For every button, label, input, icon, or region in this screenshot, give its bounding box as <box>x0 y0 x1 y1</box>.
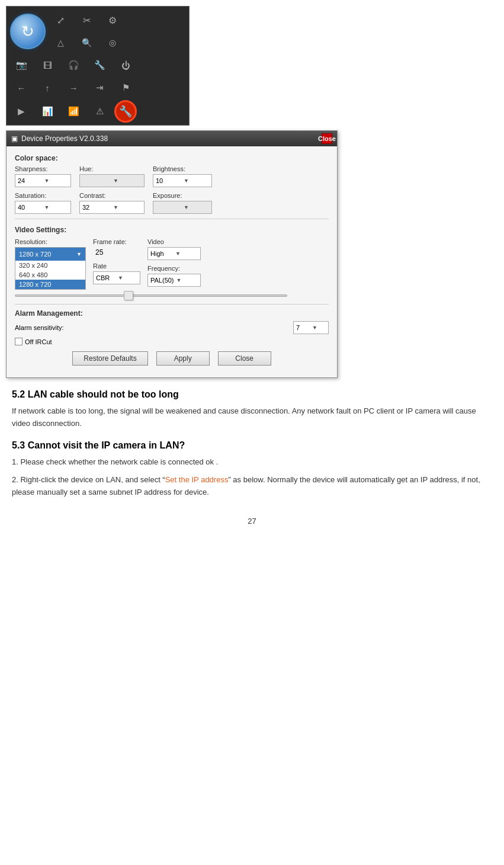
dialog-title: Device Properties V2.0.338 <box>21 134 108 143</box>
toolbar-row-1: ↻ ⤢ ✂ ⚙ △ 🔍 ◎ <box>10 10 185 53</box>
resolution-option-3[interactable]: 1280 x 720 <box>15 280 85 289</box>
arrow-right-box-icon[interactable]: ⇥ <box>88 78 111 98</box>
saturation-group: Saturation: 40 ▼ <box>15 192 71 214</box>
exposure-label: Exposure: <box>153 192 212 199</box>
resolution-dropdown[interactable]: 1280 x 720 ▼ 320 x 240 640 x 480 1280 x … <box>15 247 86 290</box>
ircut-label: Off IRCut <box>25 338 52 345</box>
triangle-icon[interactable]: △ <box>49 33 72 53</box>
close-button[interactable]: Close <box>218 351 271 366</box>
frequency-select[interactable]: PAL(50) ▼ <box>147 274 201 287</box>
dialog-close-button[interactable]: Close <box>322 133 332 144</box>
dialog-titlebar: ▣ Device Properties V2.0.338 Close <box>7 131 337 146</box>
alert-icon[interactable]: ⚠ <box>88 101 111 121</box>
section-5-3: 5.3 Cannot visit the IP camera in LAN? 1… <box>12 438 492 499</box>
exposure-select[interactable]: ▼ <box>153 201 212 214</box>
frequency-group: Frequency: PAL(50) ▼ <box>147 265 201 287</box>
section-5-2: 5.2 LAN cable should not be too long If … <box>12 387 492 430</box>
resolution-option-2[interactable]: 640 x 480 <box>15 270 85 280</box>
sharpness-label: Sharpness: <box>15 165 71 172</box>
move-icon[interactable]: ⤢ <box>49 10 72 30</box>
item2-start: 2. Right-click the device on LAN, and se… <box>12 475 165 484</box>
rate-select[interactable]: CBR ▼ <box>93 271 140 284</box>
frequency-label: Frequency: <box>147 265 201 272</box>
item2-link[interactable]: Set the IP address <box>165 475 229 484</box>
section-5-3-item1: 1. Please check whether the network cabl… <box>12 456 492 469</box>
section-5-3-heading: 5.3 Cannot visit the IP camera in LAN? <box>12 438 492 453</box>
saturation-select[interactable]: 40 ▼ <box>15 201 71 214</box>
resolution-selected[interactable]: 1280 x 720 ▼ <box>15 248 85 261</box>
color-space-section: Color space: <box>15 152 329 163</box>
sharpness-select[interactable]: 24 ▼ <box>15 174 71 187</box>
section-5-2-paragraph: If network cable is too long, the signal… <box>12 405 492 430</box>
flag-icon[interactable]: ⚑ <box>114 78 137 98</box>
framerate-label: Frame rate: <box>93 238 140 245</box>
power-icon[interactable]: ⏻ <box>114 55 137 75</box>
settings-icon[interactable]: ⚙ <box>101 10 124 30</box>
ircut-checkbox-row: Off IRCut <box>15 338 329 345</box>
device-properties-dialog: ▣ Device Properties V2.0.338 Close Color… <box>6 130 338 378</box>
tool-icon[interactable]: 🔧 <box>88 55 111 75</box>
video-settings-section-label: Video Settings: <box>15 224 329 235</box>
content-area: 5.2 LAN cable should not be too long If … <box>12 387 492 499</box>
page-number-area: 27 <box>0 517 504 537</box>
rate-label: Rate <box>93 262 140 270</box>
framerate-group: Frame rate: 25 <box>93 238 140 258</box>
brightness-select[interactable]: 10 ▼ <box>153 174 212 187</box>
hue-select[interactable]: ▼ <box>79 174 145 187</box>
brightness-label: Brightness: <box>153 165 212 172</box>
play-icon[interactable]: ▶ <box>10 101 33 121</box>
alarm-management-section: Alarm Management: Alarm sensitivity: 7 ▼… <box>15 309 329 345</box>
toolbar-row-4: ▶ 📊 📶 ⚠ 🔧 <box>10 100 185 123</box>
video-settings-label: Video Settings: <box>15 226 66 234</box>
row-saturation-contrast-exposure: Saturation: 40 ▼ Contrast: 32 ▼ Exposure… <box>15 192 329 214</box>
sharpness-group: Sharpness: 24 ▼ <box>15 165 71 187</box>
video-select[interactable]: High ▼ <box>147 247 201 260</box>
alarm-management-label: Alarm Management: <box>15 309 329 318</box>
brightness-group: Brightness: 10 ▼ <box>153 165 212 187</box>
color-space-label: Color space: <box>15 154 58 162</box>
apply-button[interactable]: Apply <box>156 351 210 366</box>
video-label: Video <box>147 238 201 245</box>
dial-icon[interactable]: ◎ <box>101 33 124 53</box>
rate-group: Rate CBR ▼ <box>93 262 140 284</box>
bitrate-slider-track[interactable] <box>15 294 287 297</box>
scissor-icon[interactable]: ✂ <box>75 10 98 30</box>
ircut-checkbox[interactable] <box>15 338 23 345</box>
alarm-sensitivity-select[interactable]: 7 ▼ <box>293 321 329 334</box>
restore-defaults-button[interactable]: Restore Defaults <box>72 351 147 366</box>
bitrate-slider-row <box>15 292 329 299</box>
contrast-group: Contrast: 32 ▼ <box>79 192 145 214</box>
dialog-titlebar-left: ▣ Device Properties V2.0.338 <box>11 134 108 143</box>
contrast-select[interactable]: 32 ▼ <box>79 201 145 214</box>
page-number: 27 <box>248 517 256 526</box>
resolution-group: Resolution: 1280 x 720 ▼ 320 x 240 640 x… <box>15 238 86 290</box>
bitrate-slider-thumb[interactable] <box>124 291 133 300</box>
film-icon[interactable]: 🎞 <box>36 55 59 75</box>
wrench-circle-icon[interactable]: 🔧 <box>114 100 137 123</box>
dialog-icon: ▣ <box>11 134 18 143</box>
resolution-label: Resolution: <box>15 238 86 245</box>
dialog-button-row: Restore Defaults Apply Close <box>15 351 329 371</box>
hue-label: Hue: <box>79 165 145 172</box>
arrow-right-icon[interactable]: → <box>62 78 85 98</box>
chart-icon[interactable]: 📊 <box>36 101 59 121</box>
arrow-up-icon[interactable]: ↑ <box>36 78 59 98</box>
wifi-icon[interactable]: 📶 <box>62 101 85 121</box>
toolbar-row-3: ← ↑ → ⇥ ⚑ <box>10 78 185 98</box>
dialog-wrapper: ▣ Device Properties V2.0.338 Close Color… <box>6 130 338 378</box>
arrow-left-icon[interactable]: ← <box>10 78 33 98</box>
dialog-body: Color space: Sharpness: 24 ▼ Hue: ▼ <box>7 146 337 377</box>
framerate-value: 25 <box>93 247 140 258</box>
video-quality-group: Video High ▼ <box>147 238 201 260</box>
exposure-group: Exposure: ▼ <box>153 192 212 214</box>
camera-icon[interactable]: 📷 <box>10 55 33 75</box>
headphone-icon[interactable]: 🎧 <box>62 55 85 75</box>
section-5-2-heading: 5.2 LAN cable should not be too long <box>12 387 492 402</box>
hue-group: Hue: ▼ <box>79 165 145 187</box>
alarm-sensitivity-row: Alarm sensitivity: 7 ▼ <box>15 321 329 334</box>
refresh-icon[interactable]: ↻ <box>10 14 46 49</box>
resolution-option-1[interactable]: 320 x 240 <box>15 261 85 270</box>
alarm-sensitivity-label: Alarm sensitivity: <box>15 324 64 331</box>
search-icon[interactable]: 🔍 <box>75 33 98 53</box>
section-5-3-item2: 2. Right-click the device on LAN, and se… <box>12 474 492 499</box>
